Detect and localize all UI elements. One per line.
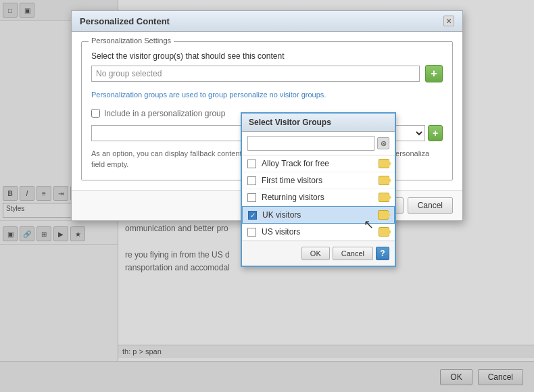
- visitor-tag-first-time: [379, 176, 389, 185]
- add-personalization-button[interactable]: +: [428, 125, 443, 141]
- visitor-search-row: ⊗: [242, 132, 395, 155]
- visitor-popup-cancel-button[interactable]: Cancel: [333, 247, 373, 260]
- field-label: Select the visitor group(s) that should …: [91, 51, 443, 61]
- info-text: Personalization groups are used to group…: [91, 89, 443, 101]
- visitor-popup-title: Select Visitor Groups: [242, 114, 395, 132]
- visitor-label-first-time: First time visitors: [262, 176, 373, 185]
- visitor-search-clear-button[interactable]: ⊗: [377, 137, 389, 149]
- dialog-overlay: Personalized Content × Personalization S…: [0, 0, 534, 392]
- dialog-title: Personalized Content: [80, 16, 170, 26]
- fieldset-legend: Personalization Settings: [89, 36, 174, 45]
- visitor-tag-uk: [378, 210, 389, 220]
- group-select-input[interactable]: [91, 66, 420, 82]
- include-checkbox-label: Include in a personalization group: [104, 109, 225, 118]
- visitor-checkbox-uk: ✓: [248, 211, 257, 220]
- visitor-item-first-time[interactable]: First time visitors: [242, 172, 395, 189]
- dialog-cancel-button[interactable]: Cancel: [408, 197, 453, 214]
- visitor-checkbox-us: [247, 228, 256, 237]
- visitor-search-input[interactable]: [247, 136, 374, 151]
- include-checkbox[interactable]: [91, 109, 100, 118]
- visitor-checkbox-alloy: [247, 160, 256, 168]
- visitor-groups-popup: Select Visitor Groups ⊗ Alloy Track for …: [241, 112, 396, 267]
- personalized-content-dialog: Personalized Content × Personalization S…: [71, 10, 463, 221]
- visitor-item-us[interactable]: US visitors: [242, 224, 395, 241]
- visitor-popup-help-button[interactable]: ?: [376, 247, 389, 260]
- visitor-tag-returning: [379, 193, 389, 202]
- visitor-label-uk: UK visitors: [262, 210, 372, 220]
- visitor-label-returning: Returning visitors: [262, 193, 373, 202]
- dialog-close-button[interactable]: ×: [443, 16, 454, 26]
- visitor-list: Alloy Track for free First time visitors…: [242, 155, 395, 241]
- visitor-checkbox-first-time: [247, 176, 256, 185]
- visitor-checkbox-returning: [247, 193, 256, 202]
- visitor-popup-ok-button[interactable]: OK: [301, 247, 330, 260]
- visitor-item-uk[interactable]: ✓ UK visitors: [242, 206, 395, 224]
- visitor-popup-footer: OK Cancel ?: [242, 241, 395, 266]
- visitor-label-alloy: Alloy Track for free: [262, 159, 373, 168]
- add-group-button[interactable]: +: [425, 65, 443, 82]
- visitor-tag-us: [379, 227, 389, 237]
- visitor-item-alloy[interactable]: Alloy Track for free: [242, 155, 395, 172]
- dialog-title-bar: Personalized Content ×: [72, 11, 462, 32]
- group-select-row: +: [91, 65, 443, 82]
- visitor-tag-alloy: [379, 159, 389, 168]
- visitor-label-us: US visitors: [262, 227, 373, 237]
- visitor-item-returning[interactable]: Returning visitors: [242, 189, 395, 206]
